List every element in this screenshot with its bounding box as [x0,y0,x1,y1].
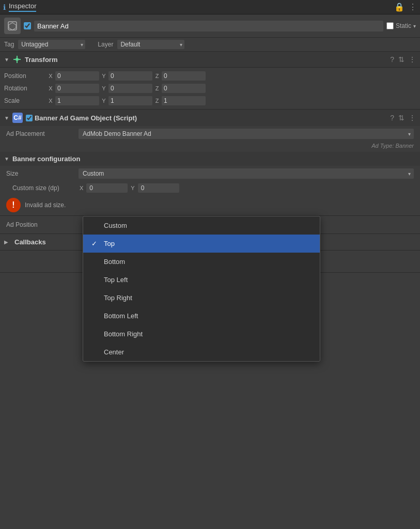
rotation-y-label: Y [101,85,107,91]
layer-label: Layer [98,41,113,48]
transform-actions: ? ⇅ ⋮ [390,55,416,64]
custom-size-label: Custom size (dp) [12,184,80,192]
transform-section: ▼ Transform ? ⇅ ⋮ Position [0,52,420,110]
custom-x-input[interactable] [86,183,128,193]
scale-row: Scale X Y Z [4,95,416,107]
scale-y-label: Y [101,98,107,104]
script-collapse-arrow: ▼ [4,115,9,121]
position-row: Position X Y Z [4,70,416,82]
dropdown-label-bottom: Bottom [104,258,125,266]
banner-config-title: Banner configuration [12,155,416,163]
size-label: Size [6,170,79,177]
tag-layer-row: Tag Untagged Layer Default [0,38,420,52]
transform-body: Position X Y Z Rotation X Y Z [0,68,420,110]
dropdown-label-topleft: Top Left [104,276,128,284]
transform-title: Transform [25,56,390,64]
size-dropdown-wrapper: Custom Banner MediumRectangle IABBanner … [79,168,414,179]
dropdown-item-bottom[interactable]: Bottom [83,253,320,271]
object-enabled-checkbox[interactable] [24,22,31,29]
transform-collapse-arrow: ▼ [4,57,9,63]
scale-y-input[interactable] [108,96,152,105]
inspector-tab-icon: ℹ [3,3,6,11]
static-dropdown-arrow[interactable]: ▾ [413,23,416,29]
dropdown-label-custom: Custom [104,222,127,229]
custom-size-xy: X Y [80,183,179,193]
inspector-tab-label[interactable]: Inspector [9,2,36,12]
position-x-input[interactable] [55,71,99,81]
ad-placement-dropdown[interactable]: AdMob Demo Banner Ad [79,129,414,139]
ad-position-dropdown[interactable]: Custom ✓ Top Bottom Top Left Top Right [83,216,320,362]
script-settings-btn[interactable]: ⇅ [398,114,405,122]
position-x-label: X [48,73,54,79]
script-section-header[interactable]: ▼ C# Banner Ad Game Object (Script) ? ⇅ … [0,110,420,126]
layer-select[interactable]: Default [117,40,184,49]
object-header: Static ▾ [0,14,420,38]
static-checkbox[interactable] [386,22,394,29]
rotation-row: Rotation X Y Z [4,82,416,95]
transform-help-btn[interactable]: ? [390,55,394,64]
scale-x-label: X [48,98,54,104]
script-section: ▼ C# Banner Ad Game Object (Script) ? ⇅ … [0,110,420,273]
dropdown-item-center[interactable]: Center [83,343,320,361]
transform-settings-btn[interactable]: ⇅ [398,55,405,64]
position-label: Position [4,72,45,80]
lock-button[interactable]: 🔒 [394,2,405,12]
dropdown-item-top-left[interactable]: Top Left [83,271,320,289]
object-name-input[interactable] [34,21,383,32]
transform-section-header[interactable]: ▼ Transform ? ⇅ ⋮ [0,52,420,68]
ad-position-label: Ad Position [6,221,79,228]
object-icon [4,18,21,34]
ad-position-section: Ad Position Custom ✓ Top Bottom [0,216,420,234]
script-menu-btn[interactable]: ⋮ [409,114,416,122]
check-mark-top: ✓ [91,240,100,247]
scale-label: Scale [4,97,45,104]
tag-select-wrapper: Untagged [18,40,85,49]
position-z-input[interactable] [162,71,206,81]
custom-size-row: Custom size (dp) X Y [0,181,420,195]
dropdown-item-top[interactable]: ✓ Top [83,235,320,253]
transform-menu-btn[interactable]: ⋮ [409,55,416,64]
dropdown-label-topright: Top Right [104,294,132,302]
error-row: ! Invalid ad size. [0,195,420,215]
size-dropdown[interactable]: Custom Banner MediumRectangle IABBanner … [79,168,414,179]
error-text: Invalid ad size. [25,201,66,209]
banner-config-header[interactable]: ▼ Banner configuration [0,152,420,166]
rotation-y-input[interactable] [108,84,152,93]
scale-x-input[interactable] [55,96,99,105]
position-y-input[interactable] [108,71,152,81]
dropdown-item-top-right[interactable]: Top Right [83,289,320,307]
rotation-x-input[interactable] [55,84,99,93]
scale-z-input[interactable] [162,96,206,105]
rotation-z-label: Z [154,85,160,91]
ad-type-row: Ad Type: Banner [0,142,420,152]
custom-y-input[interactable] [138,183,179,193]
script-help-btn[interactable]: ? [390,114,394,122]
rotation-z-input[interactable] [162,84,206,93]
dropdown-label-bottomright: Bottom Right [104,330,143,338]
callbacks-arrow: ▶ [4,239,8,245]
position-z-label: Z [154,73,160,79]
tag-label: Tag [4,41,14,48]
script-icon: C# [12,113,23,123]
scale-xyz: X Y Z [48,96,416,105]
rotation-x-label: X [48,85,54,91]
script-enabled-checkbox[interactable] [26,115,33,121]
dropdown-item-custom[interactable]: Custom [83,216,320,235]
inspector-panel: { "tab": { "icon": "ℹ", "label": "Inspec… [0,0,420,273]
dropdown-label-center: Center [104,348,124,356]
svg-point-2 [15,58,19,61]
menu-button[interactable]: ⋮ [409,2,417,12]
size-row: Size Custom Banner MediumRectangle IABBa… [0,166,420,181]
banner-config-arrow: ▼ [4,156,9,162]
ad-placement-row: Ad Placement AdMob Demo Banner Ad [0,126,420,142]
tag-select[interactable]: Untagged [18,40,85,49]
transform-icon [12,55,22,64]
dropdown-item-bottom-left[interactable]: Bottom Left [83,307,320,325]
dropdown-label-bottomleft: Bottom Left [104,312,138,320]
script-title: Banner Ad Game Object (Script) [35,114,390,122]
static-label: Static ▾ [386,22,416,29]
position-xyz: X Y Z [48,71,416,81]
rotation-label: Rotation [4,85,45,92]
custom-y-label: Y [131,185,134,191]
dropdown-item-bottom-right[interactable]: Bottom Right [83,325,320,343]
